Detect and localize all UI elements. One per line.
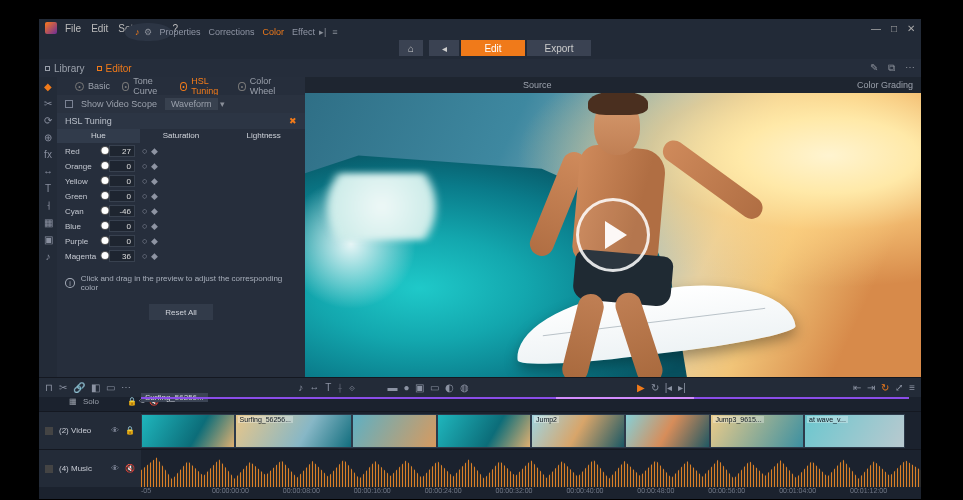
tl-fade-icon[interactable]: ◐ [445,382,454,393]
subtab-hsl-tuning[interactable]: •HSL Tuning [180,76,226,96]
panel-close-icon[interactable]: ✖ [289,116,297,126]
subtab-basic[interactable]: •Basic [75,81,110,91]
hsl-keyframe-icon[interactable]: ◆ [151,191,158,201]
edit-tab[interactable]: Edit [461,40,525,56]
hsl-keyframe-icon[interactable]: ◆ [151,161,158,171]
video-clip[interactable]: Jump3_9615... [710,414,804,448]
crumb-menu-icon[interactable]: ≡ [332,27,337,37]
hsl-tab-lightness[interactable]: Lightness [222,129,305,143]
scope-checkbox[interactable] [65,100,73,108]
globe-tool-icon[interactable]: ⊕ [42,131,54,143]
video-clip[interactable]: Jump2 [531,414,625,448]
tl-mon-icon[interactable]: ▭ [430,382,439,393]
hsl-value-input[interactable]: 0 [109,220,135,232]
split-tool-icon[interactable]: ⸡ [42,199,54,211]
hsl-reset-icon[interactable]: ○ [142,176,147,186]
editor-tab[interactable]: Editor [97,63,132,74]
popout-icon[interactable]: ⧉ [888,62,895,74]
hsl-value-input[interactable]: 0 [109,160,135,172]
video-clip[interactable] [352,414,438,448]
pencil-icon[interactable]: ✎ [870,62,878,74]
scope-dropdown-icon[interactable]: ▾ [220,99,225,109]
video-track-header[interactable]: (2) Video 👁 🔒 [39,412,141,449]
reset-all-button[interactable]: Reset All [149,304,213,320]
track-toggle-icon[interactable] [45,427,53,435]
music-track-body[interactable] [141,450,921,487]
tl-volume-icon[interactable]: ♪ [298,382,303,393]
tl-refresh-icon[interactable]: ↻ [881,382,889,393]
hsl-keyframe-icon[interactable]: ◆ [151,146,158,156]
crumb-properties[interactable]: Properties [160,27,201,37]
video-clip[interactable]: Surfing_56256... [235,414,352,448]
prev-tab-button[interactable]: ◂ [429,40,459,56]
tl-link-icon[interactable]: 🔗 [73,382,85,393]
export-tab[interactable]: Export [527,40,591,56]
tl-clip-icon[interactable]: ▣ [415,382,424,393]
hsl-reset-icon[interactable]: ○ [142,161,147,171]
hsl-value-input[interactable]: 0 [109,235,135,247]
hsl-reset-icon[interactable]: ○ [142,206,147,216]
tl-text-icon[interactable]: T [325,382,331,393]
ruler-range-marker[interactable] [141,397,909,399]
track-lock-icon[interactable]: 🔒 [125,426,135,435]
tl-step-fwd-icon[interactable]: ▸| [678,382,686,393]
crumb-corrections[interactable]: Corrections [209,27,255,37]
tl-trim-icon[interactable]: ⟐ [349,382,355,393]
hsl-reset-icon[interactable]: ○ [142,251,147,261]
tl-scissors-icon[interactable]: ✂ [59,382,67,393]
mask-tool-icon[interactable]: ▣ [42,233,54,245]
track-mute-icon[interactable]: 🔇 [125,464,135,473]
tl-out-icon[interactable]: ⇥ [867,382,875,393]
speed-tool-icon[interactable]: ⟳ [42,114,54,126]
text-tool-icon[interactable]: T [42,182,54,194]
audio-waveform[interactable] [141,450,921,487]
tl-loop-icon[interactable]: ↻ [651,382,659,393]
home-button[interactable]: ⌂ [399,40,423,56]
tl-marker-icon[interactable]: ◧ [91,382,100,393]
close-button[interactable]: ✕ [907,23,915,34]
color-tool-icon[interactable]: ◆ [42,80,54,92]
play-button[interactable] [576,198,650,272]
hsl-reset-icon[interactable]: ○ [142,236,147,246]
hsl-keyframe-icon[interactable]: ◆ [151,236,158,246]
hsl-reset-icon[interactable]: ○ [142,191,147,201]
tl-more-icon[interactable]: ⋯ [121,382,131,393]
minimize-button[interactable]: — [871,23,881,34]
source-tab[interactable]: Source [523,80,552,90]
hsl-value-input[interactable]: 0 [109,190,135,202]
crumb-prev-icon[interactable]: ▸| [319,27,326,37]
audio-tool-icon[interactable]: ♪ [42,250,54,262]
tl-record-icon[interactable]: ● [403,382,409,393]
video-clip[interactable]: at wave_v... [804,414,905,448]
hsl-value-input[interactable]: 36 [109,250,135,262]
hsl-value-input[interactable]: -46 [109,205,135,217]
tl-magnet-icon[interactable]: ⊓ [45,382,53,393]
video-track-body[interactable]: Surfing_56256...Jump2Jump3_9615...at wav… [141,412,921,449]
tl-razor-icon[interactable]: ⟊ [337,382,343,393]
menu-file[interactable]: File [65,23,81,34]
color-grading-tab[interactable]: Color Grading [857,80,913,90]
hsl-value-input[interactable]: 27 [109,145,135,157]
track-eye-icon[interactable]: 👁 [111,464,119,473]
hsl-tab-saturation[interactable]: Saturation [140,129,223,143]
hsl-keyframe-icon[interactable]: ◆ [151,206,158,216]
tl-fit-icon[interactable]: ⤢ [895,382,903,393]
hsl-keyframe-icon[interactable]: ◆ [151,176,158,186]
video-clip[interactable] [437,414,531,448]
tl-step-back-icon[interactable]: |◂ [665,382,673,393]
video-clip[interactable] [625,414,711,448]
hsl-keyframe-icon[interactable]: ◆ [151,221,158,231]
library-tab[interactable]: Library [45,63,85,74]
hsl-reset-icon[interactable]: ○ [142,221,147,231]
menu-edit[interactable]: Edit [91,23,108,34]
tl-in-icon[interactable]: ⇤ [853,382,861,393]
hsl-value-input[interactable]: 0 [109,175,135,187]
track-eye-icon[interactable]: 👁 [111,426,119,435]
transition-tool-icon[interactable]: ↔ [42,165,54,177]
hsl-keyframe-icon[interactable]: ◆ [151,251,158,261]
more-icon[interactable]: ⋯ [905,62,915,74]
tl-slip-icon[interactable]: ↔ [309,382,319,393]
crumb-effect[interactable]: Effect [292,27,315,37]
fx-tool-icon[interactable]: fx [42,148,54,160]
track-toggle-icon[interactable] [45,465,53,473]
